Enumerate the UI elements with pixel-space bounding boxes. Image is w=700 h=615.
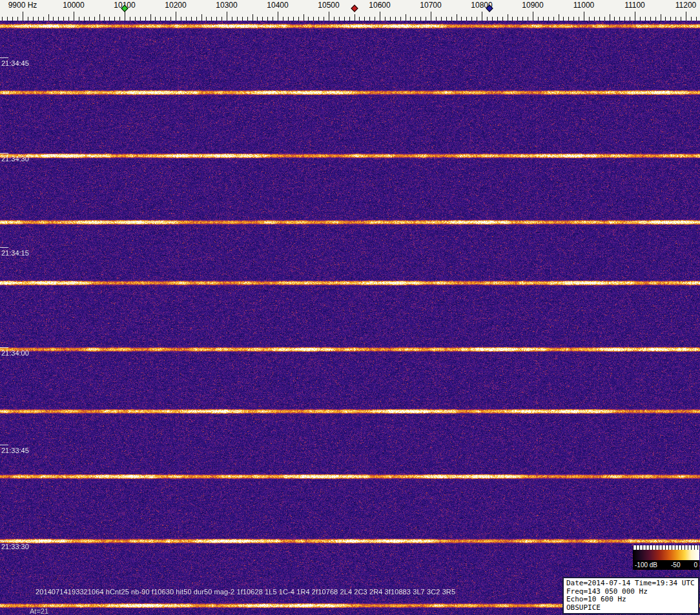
freq-tick — [150, 14, 151, 21]
legend-mid-label: -50 — [671, 561, 680, 569]
freq-tick — [635, 12, 635, 21]
freq-tick — [431, 12, 431, 21]
freq-axis-label: 10600 — [369, 1, 390, 10]
freq-tick — [125, 12, 125, 21]
freq-axis-label: 10400 — [267, 1, 288, 10]
freq-tick — [252, 14, 253, 21]
legend-tick-ruler — [633, 545, 699, 550]
freq-tick — [508, 14, 508, 21]
freq-axis-label: 10700 — [420, 1, 441, 10]
freq-axis-label: 11000 — [573, 1, 594, 10]
attenuation-label: At=21 — [30, 607, 48, 615]
time-tick — [0, 153, 8, 154]
time-tick — [0, 347, 8, 348]
freq-tick — [661, 14, 661, 21]
info-station-line: OBSUPICE — [566, 604, 695, 612]
freq-tick — [99, 14, 100, 21]
freq-tick — [686, 12, 686, 21]
freq-axis-label: 9900 Hz — [8, 1, 37, 10]
freq-tick — [482, 12, 482, 21]
freq-tick — [533, 12, 533, 21]
spectrogram-app: 9900 Hz100001010010200103001040010500106… — [0, 0, 700, 615]
time-tick — [0, 541, 8, 541]
freq-tick — [457, 14, 457, 21]
freq-tick — [176, 12, 176, 21]
freq-tick — [201, 14, 202, 21]
freq-tick — [406, 14, 406, 21]
freq-tick — [48, 14, 49, 21]
legend-labels: -100 dB -50 0 — [633, 560, 699, 570]
observation-info-box: Date=2014-07-14 Time=19:34 UTC Freq=143 … — [562, 577, 699, 614]
time-tick — [0, 445, 8, 445]
legend-max-label: 0 — [694, 561, 697, 569]
waterfall-display[interactable] — [0, 21, 700, 615]
freq-axis-label: 10000 — [63, 1, 84, 10]
freq-tick — [227, 12, 227, 21]
freq-tick — [74, 12, 74, 21]
legend-color-gradient — [633, 550, 699, 560]
info-echo-line: Echo=10 600 Hz — [566, 596, 695, 604]
time-tick — [0, 247, 8, 248]
time-label: 21:34:45 — [1, 59, 29, 67]
freq-axis-label: 10200 — [165, 1, 186, 10]
time-label: 21:34:15 — [1, 249, 29, 257]
freq-tick — [610, 14, 610, 21]
freq-tick — [329, 12, 329, 21]
time-tick — [0, 57, 8, 58]
red-diamond-marker[interactable] — [351, 5, 358, 12]
freq-tick — [559, 14, 559, 21]
freq-axis-label: 10300 — [216, 1, 237, 10]
freq-axis-label: 10500 — [318, 1, 339, 10]
info-date-line: Date=2014-07-14 Time=19:34 UTC — [566, 580, 695, 588]
freq-tick — [23, 12, 23, 21]
freq-tick — [355, 14, 355, 21]
freq-axis-label: 11100 — [624, 1, 645, 10]
time-label: 21:33:45 — [1, 447, 29, 454]
time-label: 21:34:30 — [1, 155, 29, 163]
time-label: 21:34:00 — [1, 349, 29, 357]
freq-tick — [304, 14, 304, 21]
legend-min-label: -100 dB — [635, 561, 657, 569]
frequency-ruler[interactable]: 9900 Hz100001010010200103001040010500106… — [0, 0, 700, 21]
time-label: 21:33:30 — [1, 543, 29, 550]
detection-status-line: 20140714193321064 hCnt25 nb-90 f10630 hi… — [36, 588, 455, 596]
amplitude-legend: -100 dB -50 0 — [633, 545, 699, 570]
freq-axis-label: 10900 — [522, 1, 543, 10]
freq-tick — [584, 12, 584, 21]
freq-tick — [278, 12, 278, 21]
freq-axis-label: 11200 — [675, 1, 696, 10]
freq-tick — [380, 12, 380, 21]
